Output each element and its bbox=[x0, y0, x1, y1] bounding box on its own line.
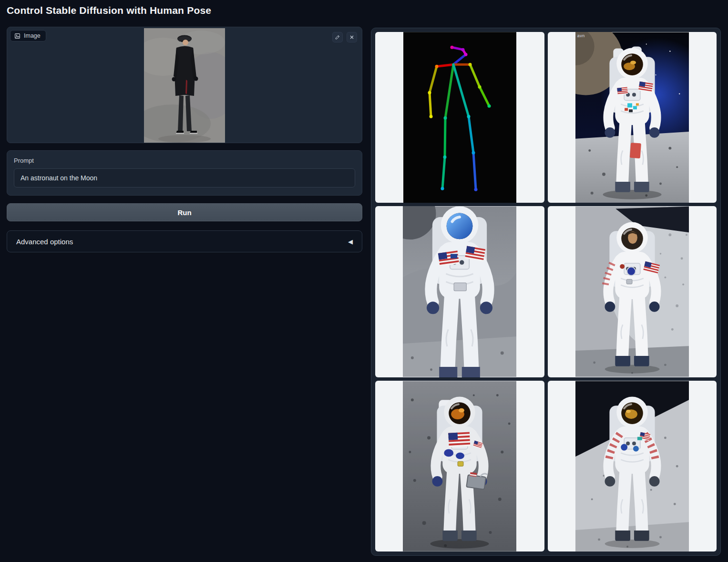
advanced-options-label: Advanced options bbox=[16, 238, 73, 246]
advanced-options-accordion[interactable]: Advanced options ◀ bbox=[7, 230, 362, 252]
image-label-chip: Image bbox=[10, 30, 46, 42]
astronaut-image-1 bbox=[575, 32, 689, 203]
gallery-item-pose[interactable] bbox=[375, 32, 544, 203]
prompt-input[interactable] bbox=[14, 168, 355, 187]
prompt-block: Prompt bbox=[7, 150, 362, 196]
input-image-preview[interactable] bbox=[144, 28, 225, 143]
input-image bbox=[144, 28, 225, 143]
astronaut-image-4 bbox=[403, 381, 516, 552]
prompt-label: Prompt bbox=[14, 157, 355, 164]
astronaut-image-5 bbox=[575, 381, 689, 552]
collapse-arrow-icon: ◀ bbox=[348, 238, 353, 245]
gallery-item-astronaut-1[interactable]: avn bbox=[548, 32, 717, 203]
gallery-item-astronaut-5[interactable] bbox=[548, 381, 717, 552]
edit-image-button[interactable] bbox=[332, 32, 343, 42]
page-title: Control Stable Diffusion with Human Pose bbox=[7, 5, 211, 16]
close-icon bbox=[349, 34, 355, 40]
astronaut-image-2 bbox=[403, 206, 516, 377]
gallery-item-astronaut-4[interactable] bbox=[375, 381, 544, 552]
pose-skeleton-image bbox=[403, 32, 516, 203]
gallery-item-astronaut-2[interactable] bbox=[375, 206, 544, 377]
pencil-icon bbox=[335, 34, 340, 40]
image-icon bbox=[14, 33, 21, 39]
image-label: Image bbox=[24, 32, 41, 39]
astronaut-image-3 bbox=[575, 206, 689, 377]
image-input-block: Image bbox=[7, 27, 362, 143]
clear-image-button[interactable] bbox=[347, 32, 357, 42]
output-gallery: avn bbox=[371, 28, 721, 556]
generation-watermark: avn bbox=[577, 33, 585, 38]
run-button[interactable]: Run bbox=[7, 203, 362, 221]
gallery-item-astronaut-3[interactable] bbox=[548, 206, 717, 377]
